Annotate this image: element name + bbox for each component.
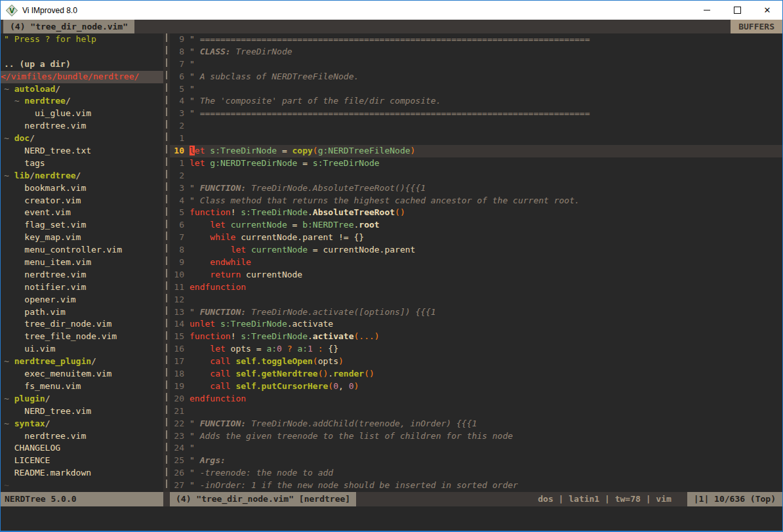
code-token: et [195,146,205,155]
tree-item[interactable]: bookmark.vim [1,182,163,195]
code-line[interactable]: 4" The 'composite' part of the file/dir … [170,95,782,108]
code-line[interactable]: 6 let currentNode = b:NERDTree.root [170,219,782,232]
tree-item[interactable]: CHANGELOG [1,442,163,455]
code-token: ~ [4,356,14,368]
svg-text:V: V [9,7,14,14]
tree-item[interactable]: tags [1,157,163,170]
tree-item[interactable]: .. (up a dir) [1,58,163,71]
code-line[interactable]: 8" CLASS: TreeDirNode [170,46,782,58]
tree-item[interactable]: ui.vim [1,343,163,356]
code-line[interactable]: 14unlet s:TreeDirNode.activate [170,318,782,331]
code-text: while currentNode.parent != {} [190,232,782,244]
tree-root-item[interactable]: </vimfiles/bundle/nerdtree/ [1,71,163,83]
tree-item[interactable]: ~ autoload/ [1,83,163,96]
code-line[interactable]: 25" Args: [170,455,782,467]
minimize-button[interactable] [692,1,722,20]
tree-item[interactable]: nerdtree.vim [1,120,163,133]
code-line[interactable]: 5function! s:TreeDirNode.AbsoluteTreeRoo… [170,207,782,219]
tree-item[interactable]: menu_controller.vim [1,244,163,256]
tree-item[interactable]: tree_file_node.vim [1,331,163,343]
tree-item[interactable]: ~ lib/nerdtree/ [1,170,163,182]
code-line[interactable]: 4" Class method that returns the highest… [170,195,782,207]
tree-item[interactable]: README.markdown [1,467,163,480]
code-line[interactable]: 19 call self.putCursorHere(0, 0) [170,380,782,393]
tree-item[interactable]: " Press ? for help [1,33,163,46]
tree-item[interactable]: NERD_tree.vim [1,405,163,418]
code-line[interactable]: 22" FUNCTION: TreeDirNode.addChild(treen… [170,418,782,430]
code-line[interactable]: 12 [170,294,782,306]
tree-item[interactable]: flag_set.vim [1,219,163,232]
vim-app-icon: V [6,5,18,16]
tree-item[interactable]: creator.vim [1,195,163,207]
tree-item[interactable]: ~ nerdtree_plugin/ [1,356,163,368]
code-line[interactable]: 16 let opts = a:0 ? a:1 : {} [170,343,782,356]
tree-item[interactable]: LICENCE [1,455,163,467]
code-line[interactable]: 13" FUNCTION: TreeDirNode.activate([opti… [170,306,782,319]
tree-item[interactable]: path.vim [1,306,163,319]
code-line[interactable]: 18 call self.getNerdtree().render() [170,368,782,380]
code-line[interactable]: 11endfunction [170,281,782,294]
code-line[interactable]: 9" =====================================… [170,33,782,46]
code-line[interactable]: 2 [170,170,782,182]
code-text: call self.putCursorHere(0, 0) [190,380,782,393]
code-token: unlet [190,319,215,329]
code-token: / [30,170,35,182]
code-line[interactable]: 3" FUNCTION: TreeDirNode.AbsoluteTreeRoo… [170,182,782,195]
code-token: call [210,381,230,391]
code-line[interactable]: 26" -treenode: the node to add [170,467,782,480]
code-line[interactable]: 7 while currentNode.parent != {} [170,232,782,244]
code-line[interactable]: 2 [170,120,782,133]
tab-tree-dir-node[interactable]: (4) "tree_dir_node.vim" [3,20,134,33]
code-line[interactable]: 10let s:TreeDirNode = copy(g:NERDTreeFil… [170,145,782,157]
tree-item[interactable]: event.vim [1,207,163,219]
code-line[interactable]: 23" Adds the given treenode to the list … [170,430,782,443]
code-line[interactable]: 1let g:NERDTreeDirNode = s:TreeDirNode [170,157,782,170]
code-line[interactable]: 20endfunction [170,393,782,405]
command-line[interactable] [1,506,782,531]
tree-item[interactable]: menu_item.vim [1,256,163,269]
code-text [190,133,782,145]
code-line[interactable]: 8 let currentNode = currentNode.parent [170,244,782,256]
code-token: self.toggleOpen [235,356,312,366]
editor-panel[interactable]: 9" =====================================… [170,33,782,492]
window-separator[interactable] [163,33,170,492]
tree-item[interactable]: nerdtree.vim [1,269,163,281]
tree-item[interactable]: exec_menuitem.vim [1,368,163,380]
tree-item[interactable]: ui_glue.vim [1,108,163,120]
code-token: 1 [308,344,313,354]
tree-item[interactable]: ~ [1,480,163,492]
close-button[interactable]: ✕ [752,1,782,20]
tree-item[interactable]: ~ doc/ [1,133,163,145]
cursor-block: l [190,146,195,155]
tree-item[interactable]: ~ syntax/ [1,418,163,430]
tree-item[interactable]: ~ plugin/ [1,393,163,405]
tree-item[interactable]: NERD_tree.txt [1,145,163,157]
code-line[interactable]: 10 return currentNode [170,269,782,281]
code-line[interactable]: 27" -inOrder: 1 if the new node should b… [170,480,782,492]
tree-item[interactable]: tree_dir_node.vim [1,318,163,331]
tree-item[interactable]: nerdtree.vim [1,430,163,443]
code-token: call [210,369,230,379]
code-line[interactable]: 17 call self.toggleOpen(opts) [170,356,782,368]
code-line[interactable]: 15function! s:TreeDirNode.activate(...) [170,331,782,343]
code-text: let opts = a:0 ? a:1 : {} [190,343,782,356]
code-line[interactable]: 3" =====================================… [170,108,782,120]
code-line[interactable]: 6" A subclass of NERDTreeFileNode. [170,71,782,83]
code-line[interactable]: 7" [170,58,782,71]
tree-item[interactable]: ~ nerdtree/ [1,95,163,108]
code-line[interactable]: 24" [170,442,782,455]
code-line[interactable]: 9 endwhile [170,256,782,269]
code-token: ( [328,381,333,391]
code-token: " ======================================… [190,34,590,44]
tree-item[interactable]: opener.vim [1,294,163,306]
code-text: endwhile [190,256,782,269]
tree-item[interactable]: key_map.vim [1,232,163,244]
nerdtree-panel[interactable]: " Press ? for help.. (up a dir)</vimfile… [1,33,163,492]
code-token: ? [282,344,297,354]
code-line[interactable]: 5" [170,83,782,96]
code-line[interactable]: 1 [170,133,782,145]
tree-item[interactable]: fs_menu.vim [1,380,163,393]
maximize-button[interactable] [722,1,752,20]
code-line[interactable]: 21 [170,405,782,418]
tree-item[interactable]: notifier.vim [1,281,163,294]
